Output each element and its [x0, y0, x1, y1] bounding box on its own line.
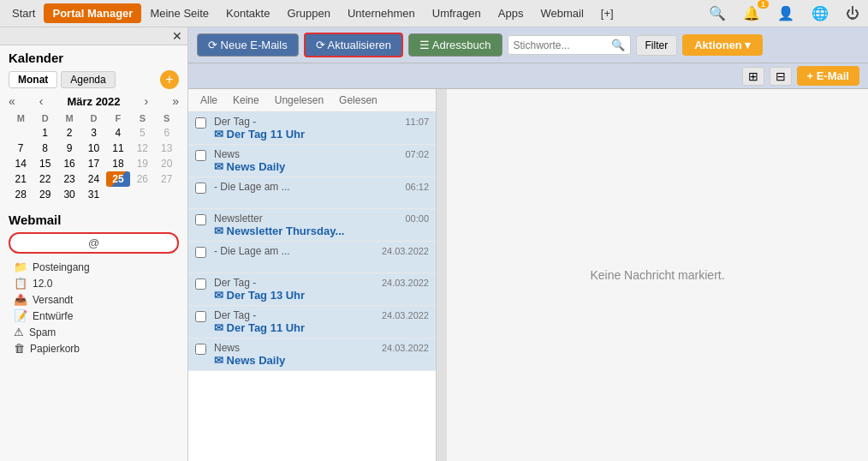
filter-button[interactable]: Filter — [636, 35, 678, 56]
webmail-folder-item[interactable]: 📤Versandt — [9, 291, 179, 308]
email-checkbox[interactable] — [195, 117, 206, 129]
email-checkbox[interactable] — [195, 183, 206, 194]
calendar-day[interactable]: 29 — [33, 187, 56, 202]
email-checkbox[interactable] — [195, 344, 206, 355]
calendar-day[interactable]: 10 — [81, 141, 105, 156]
calendar-day[interactable]: 21 — [9, 171, 33, 187]
globe-icon[interactable]: 🌐 — [806, 3, 834, 23]
addressbook-button[interactable]: ☰ Adressbuch — [408, 33, 502, 57]
webmail-title: Webmail — [9, 213, 179, 227]
email-checkbox[interactable] — [195, 311, 206, 322]
calendar-day[interactable]: 14 — [9, 156, 33, 171]
preview-empty-label: Keine Nachricht markiert. — [590, 268, 724, 282]
calendar-day[interactable]: 3 — [81, 125, 105, 141]
calendar-day[interactable]: 17 — [81, 156, 105, 171]
folder-label: Posteingang — [33, 261, 90, 273]
calendar-day[interactable]: 22 — [33, 171, 56, 187]
calendar-day[interactable]: 31 — [81, 187, 105, 202]
nav-portal-manager[interactable]: Portal Manager — [44, 3, 141, 23]
webmail-email-address[interactable]: @ — [9, 232, 179, 254]
nav-umfragen[interactable]: Umfragen — [424, 3, 490, 23]
sidebar-close-button[interactable]: ✕ — [172, 29, 182, 43]
email-list-item[interactable]: News 24.03.2022 ✉ News Daily — [188, 338, 436, 371]
calendar-next-button[interactable]: › — [145, 94, 149, 108]
calendar-tab-month[interactable]: Monat — [9, 71, 57, 88]
calendar-day[interactable]: 1 — [33, 125, 56, 141]
calendar-day[interactable]: 25 — [106, 171, 130, 187]
calendar-tab-agenda[interactable]: Agenda — [61, 71, 115, 88]
calendar-weekday: S — [130, 111, 154, 125]
nav-gruppen[interactable]: Gruppen — [278, 3, 339, 23]
nav-webmail[interactable]: Webmail — [532, 3, 592, 23]
calendar-day[interactable]: 23 — [57, 171, 81, 187]
calendar-day[interactable]: 6 — [155, 125, 179, 141]
search-input[interactable] — [514, 39, 608, 51]
webmail-folder-item[interactable]: ⚠Spam — [9, 324, 179, 340]
calendar-day[interactable]: 30 — [57, 187, 81, 202]
list-view-icon[interactable]: ⊟ — [770, 67, 792, 86]
email-sender: Der Tag - — [214, 116, 256, 128]
calendar-day[interactable]: 11 — [106, 141, 130, 156]
grid-view-icon[interactable]: ⊞ — [742, 67, 764, 86]
calendar-day[interactable]: 20 — [155, 156, 179, 171]
email-checkbox[interactable] — [195, 150, 206, 161]
calendar-day[interactable]: 19 — [130, 156, 154, 171]
calendar-day[interactable]: 2 — [57, 125, 81, 141]
calendar-day[interactable]: 26 — [130, 171, 154, 187]
nav-start[interactable]: Start — [3, 3, 44, 23]
actions-button[interactable]: Aktionen ▾ — [682, 34, 763, 56]
email-checkbox[interactable] — [195, 214, 206, 225]
calendar-section: Kalender Monat Agenda + « ‹ März 2022 › … — [0, 45, 187, 207]
email-list-item[interactable]: Der Tag - 24.03.2022 ✉ Der Tag 11 Uhr — [188, 306, 436, 338]
calendar-add-button[interactable]: + — [160, 70, 179, 89]
webmail-folder-item[interactable]: 📝Entwürfe — [9, 308, 179, 324]
filter-tab[interactable]: Ungelesen — [271, 93, 327, 107]
nav-meine-seite[interactable]: Meine Seite — [141, 3, 217, 23]
calendar-next-next-button[interactable]: » — [172, 94, 179, 108]
nav-kontakte[interactable]: Kontakte — [217, 3, 278, 23]
folder-label: Entwürfe — [33, 310, 73, 322]
email-list-item[interactable]: Der Tag - 24.03.2022 ✉ Der Tag 13 Uhr — [188, 273, 436, 306]
calendar-day[interactable]: 4 — [106, 125, 130, 141]
new-emails-button[interactable]: ⟳ Neue E-Mails — [197, 33, 299, 57]
calendar-prev-prev-button[interactable]: « — [9, 94, 15, 108]
calendar-day[interactable]: 16 — [57, 156, 81, 171]
nav-apps[interactable]: Apps — [490, 3, 532, 23]
calendar-day[interactable]: 28 — [9, 187, 33, 202]
nav-unternehmen[interactable]: Unternehmen — [339, 3, 424, 23]
nav-icons-group: 🔍 🔔 1 👤 🌐 ⏻ — [704, 3, 865, 23]
filter-tab[interactable]: Alle — [197, 93, 221, 107]
email-subject: ✉ News Daily — [214, 160, 429, 173]
email-list-item[interactable]: News 07:02 ✉ News Daily — [188, 145, 436, 177]
search-icon[interactable]: 🔍 — [704, 3, 731, 23]
calendar-day[interactable]: 12 — [130, 141, 154, 156]
folder-icon: 📝 — [14, 309, 27, 322]
webmail-folder-item[interactable]: 🗑Papierkorb — [9, 340, 179, 356]
email-list-item[interactable]: - Die Lage am ... 24.03.2022 — [188, 242, 436, 273]
calendar-day[interactable]: 5 — [130, 125, 154, 141]
calendar-day[interactable]: 9 — [57, 141, 81, 156]
calendar-day[interactable]: 24 — [81, 171, 105, 187]
webmail-folder-item[interactable]: 📁Posteingang — [9, 259, 179, 275]
email-checkbox[interactable] — [195, 278, 206, 290]
filter-tab[interactable]: Gelesen — [336, 93, 381, 107]
calendar-prev-button[interactable]: ‹ — [39, 94, 44, 108]
new-email-button[interactable]: + E-Mail — [797, 66, 860, 86]
user-icon[interactable]: 👤 — [772, 3, 800, 23]
email-list-item[interactable]: Newsletter 00:00 ✉ Newsletter Thursday..… — [188, 209, 436, 242]
nav-plus[interactable]: [+] — [592, 3, 622, 23]
calendar-day[interactable]: 7 — [9, 141, 33, 156]
calendar-day[interactable]: 15 — [33, 156, 56, 171]
calendar-day[interactable]: 27 — [155, 171, 179, 187]
calendar-day[interactable]: 13 — [155, 141, 179, 156]
email-list-item[interactable]: - Die Lage am ... 06:12 — [188, 177, 436, 209]
email-time: 07:02 — [405, 149, 429, 159]
email-list-item[interactable]: Der Tag - 11:07 ✉ Der Tag 11 Uhr — [188, 112, 436, 145]
filter-tab[interactable]: Keine — [229, 93, 263, 107]
webmail-folder-item[interactable]: 📋12.0 — [9, 275, 179, 291]
email-checkbox[interactable] — [195, 247, 206, 258]
power-icon[interactable]: ⏻ — [841, 4, 865, 23]
calendar-day[interactable]: 18 — [106, 156, 130, 171]
refresh-button[interactable]: ⟳ Aktualisieren — [304, 33, 403, 57]
calendar-day[interactable]: 8 — [33, 141, 56, 156]
